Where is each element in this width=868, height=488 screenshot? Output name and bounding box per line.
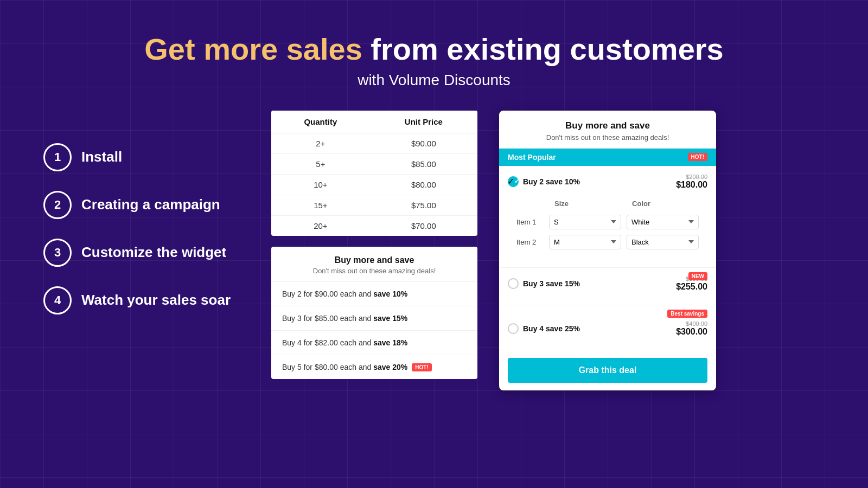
step-1: 1 Install — [43, 143, 250, 171]
hot-badge: HOT! — [412, 363, 431, 371]
step-3-label: Customize the widget — [81, 244, 226, 261]
step-2: 2 Creating a campaign — [43, 191, 250, 219]
step-2-label: Creating a campaign — [81, 196, 220, 213]
adv-widget-title: Buy more and save — [510, 120, 705, 131]
deal-1-new-price: $180.00 — [676, 180, 707, 190]
adv-widget-desc: Don't miss out on these amazing deals! — [510, 133, 705, 142]
popular-banner: Most Popular HOT! — [499, 149, 716, 166]
variant-row-2: Item 2 S M L XL White Black Red — [516, 232, 699, 252]
table-cell-price: $85.00 — [370, 153, 477, 174]
deal-1-label: Buy 2 save 10% — [523, 177, 580, 186]
table-cell-qty: 5+ — [271, 153, 370, 174]
table-cell-price: $75.00 — [370, 195, 477, 215]
step-1-number: 1 — [54, 150, 61, 164]
variants-size-col: Size — [554, 200, 621, 208]
deal-3-left: Buy 4 save 25% — [508, 323, 580, 334]
deal-2-new-price: $255.00 — [676, 282, 707, 292]
variant-2-size-select[interactable]: S M L XL — [549, 235, 621, 249]
price-table: Quantity Unit Price 2+$90.005+$85.0010+$… — [271, 111, 477, 236]
deal-1-row: ✓ Buy 2 save 10% $200.00 $180.00 — [508, 174, 707, 190]
step-1-label: Install — [81, 149, 122, 165]
deal-1-left: ✓ Buy 2 save 10% — [508, 176, 580, 187]
step-4-circle: 4 — [43, 286, 72, 314]
variants-color-col: Color — [632, 200, 699, 208]
deal-3-label: Buy 4 save 25% — [523, 324, 580, 333]
deal-1-original-price: $200.00 — [676, 174, 707, 180]
deal-2-section: NEW Buy 3 save 15% $300.00 $255.00 — [499, 268, 716, 305]
subtitle: with Volume Discounts — [43, 72, 825, 89]
buy-save-widget: Buy more and save Don't miss out on thes… — [271, 247, 477, 380]
header-section: Get more sales from existing customers w… — [43, 33, 825, 89]
table-cell-price: $70.00 — [370, 215, 477, 236]
buy-save-header: Buy more and save Don't miss out on thes… — [271, 247, 477, 282]
variant-1-name: Item 1 — [516, 218, 544, 226]
main-title: Get more sales from existing customers — [43, 33, 825, 66]
variant-2-name: Item 2 — [516, 238, 544, 246]
content-area: 1 Install 2 Creating a campaign 3 Custom… — [43, 111, 825, 390]
steps-column: 1 Install 2 Creating a campaign 3 Custom… — [43, 111, 250, 314]
title-rest: from existing customers — [362, 32, 724, 66]
buy-save-row: Buy 2 for $90.00 each and save 10% — [271, 282, 477, 306]
variants-item-col — [516, 200, 544, 208]
step-3: 3 Customize the widget — [43, 239, 250, 267]
deal-1-check: ✓ — [507, 176, 514, 187]
deal-3-best-badge: Best savings — [667, 310, 707, 318]
variant-2-color-select[interactable]: White Black Red — [627, 235, 699, 249]
deal-2-row: Buy 3 save 15% $300.00 $255.00 — [508, 275, 707, 292]
buy-save-widget-title: Buy more and save — [282, 255, 467, 265]
step-4-label: Watch your sales soar — [81, 292, 231, 309]
table-row: 2+$90.00 — [271, 133, 477, 153]
buy-save-row: Buy 5 for $80.00 each and save 20%HOT! — [271, 355, 477, 380]
table-cell-price: $80.00 — [370, 174, 477, 195]
deal-1-section: ✓ Buy 2 save 10% $200.00 $180.00 — [499, 166, 716, 268]
deal-3-section: Best savings Buy 4 save 25% $400.00 $300… — [499, 305, 716, 350]
buy-save-row: Buy 4 for $82.00 each and save 18% — [271, 331, 477, 355]
table-cell-qty: 20+ — [271, 215, 370, 236]
table-cell-qty: 15+ — [271, 195, 370, 215]
step-3-number: 3 — [54, 246, 61, 260]
right-column: Buy more and save Don't miss out on thes… — [499, 111, 716, 390]
deal-1-price-block: $200.00 $180.00 — [676, 174, 707, 190]
step-2-number: 2 — [54, 198, 61, 212]
step-4: 4 Watch your sales soar — [43, 286, 250, 314]
middle-column: Quantity Unit Price 2+$90.005+$85.0010+$… — [271, 111, 477, 380]
variant-1-size-select[interactable]: S M L XL — [549, 215, 621, 229]
col-unit-price: Unit Price — [370, 111, 477, 133]
deal-3-price-block: $400.00 $300.00 — [676, 320, 707, 337]
table-row: 10+$80.00 — [271, 174, 477, 195]
table-cell-qty: 10+ — [271, 174, 370, 195]
variants-section: Size Color Item 1 S M L XL — [508, 195, 707, 260]
title-highlight: Get more sales — [144, 32, 362, 66]
deal-3-new-price: $300.00 — [676, 327, 707, 337]
deal-3-row: Buy 4 save 25% $400.00 $300.00 — [508, 320, 707, 337]
deal-3-original-price: $400.00 — [676, 320, 707, 327]
step-2-circle: 2 — [43, 191, 72, 219]
table-cell-qty: 2+ — [271, 133, 370, 153]
table-row: 20+$70.00 — [271, 215, 477, 236]
variant-row-1: Item 1 S M L XL White Black Red — [516, 212, 699, 232]
step-4-number: 4 — [54, 293, 61, 307]
buy-save-widget-desc: Don't miss out on these amazing deals! — [282, 267, 467, 275]
table-row: 15+$75.00 — [271, 195, 477, 215]
price-table-widget: Quantity Unit Price 2+$90.005+$85.0010+$… — [271, 111, 477, 236]
grab-deal-button[interactable]: Grab this deal — [508, 358, 707, 383]
buy-save-rows: Buy 2 for $90.00 each and save 10%Buy 3 … — [271, 282, 477, 380]
deal-2-label: Buy 3 save 15% — [523, 279, 580, 288]
popular-label: Most Popular — [508, 153, 556, 162]
buy-save-row: Buy 3 for $85.00 each and save 15% — [271, 306, 477, 331]
variants-header: Size Color — [516, 195, 699, 212]
deal-2-new-badge: NEW — [688, 272, 707, 280]
deal-2-radio[interactable] — [508, 278, 519, 289]
col-quantity: Quantity — [271, 111, 370, 133]
hot-badge: HOT! — [688, 153, 707, 161]
table-row: 5+$85.00 — [271, 153, 477, 174]
step-1-circle: 1 — [43, 143, 72, 171]
advanced-widget: Buy more and save Don't miss out on thes… — [499, 111, 716, 390]
variant-1-color-select[interactable]: White Black Red — [627, 215, 699, 229]
step-3-circle: 3 — [43, 239, 72, 267]
deal-1-radio[interactable]: ✓ — [508, 176, 519, 187]
deal-3-radio[interactable] — [508, 323, 519, 334]
adv-widget-header: Buy more and save Don't miss out on thes… — [499, 111, 716, 149]
table-cell-price: $90.00 — [370, 133, 477, 153]
deal-2-left: Buy 3 save 15% — [508, 278, 580, 289]
